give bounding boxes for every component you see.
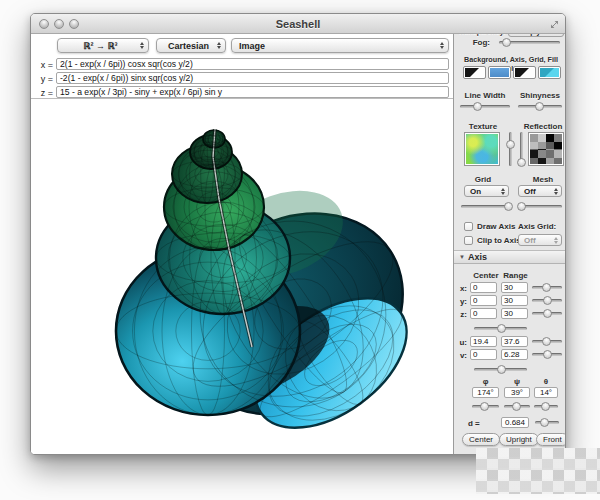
axis-u-range-field[interactable] bbox=[501, 336, 528, 347]
line-width-label: Line Width bbox=[460, 91, 510, 100]
inspector-panel: Transparency: Multiply Fog: Background, … bbox=[453, 34, 565, 455]
axis-v-slider[interactable] bbox=[532, 350, 562, 359]
theta-slider[interactable] bbox=[534, 402, 558, 411]
title-bar[interactable]: Seashell bbox=[31, 14, 565, 34]
reflection-amount-slider[interactable] bbox=[517, 132, 526, 166]
transparency-label: Transparency: bbox=[458, 34, 506, 35]
clip-to-axis-checkbox[interactable] bbox=[464, 236, 473, 245]
axis-grid-popup[interactable]: Off bbox=[518, 234, 562, 246]
display-mode-popup[interactable]: Image bbox=[231, 38, 449, 53]
texture-amount-slider[interactable] bbox=[506, 132, 515, 166]
equation-z-input[interactable] bbox=[56, 86, 449, 98]
phi-symbol: φ bbox=[472, 377, 499, 386]
draw-axis-checkbox[interactable] bbox=[464, 222, 473, 231]
phi-field[interactable] bbox=[472, 387, 499, 398]
coordinates-popup[interactable]: Cartesian bbox=[156, 38, 226, 53]
axis-v-center-field[interactable] bbox=[470, 349, 497, 360]
axis-y-range-field[interactable] bbox=[501, 295, 528, 306]
domain-popup[interactable]: ℝ² → ℝ³ bbox=[57, 38, 149, 53]
background-color-well[interactable] bbox=[463, 66, 486, 79]
popup-stepper-icon bbox=[140, 42, 144, 49]
axis-u-slider[interactable] bbox=[532, 337, 562, 346]
seashell-3d-plot bbox=[31, 99, 453, 455]
d-field[interactable] bbox=[501, 417, 529, 428]
axis-v-range-field[interactable] bbox=[501, 349, 528, 360]
axis-y-center-field[interactable] bbox=[470, 295, 497, 306]
censored-watermark bbox=[476, 448, 600, 494]
phi-slider[interactable] bbox=[472, 402, 499, 411]
window-title: Seashell bbox=[31, 18, 565, 30]
fog-slider[interactable] bbox=[499, 38, 560, 47]
range-column-header: Range bbox=[502, 271, 529, 280]
equation-x-label: x = bbox=[36, 60, 53, 70]
plot-canvas[interactable] bbox=[31, 99, 453, 455]
xyz-scale-slider[interactable] bbox=[474, 324, 527, 333]
uv-scale-slider[interactable] bbox=[474, 365, 527, 374]
fullscreen-icon[interactable] bbox=[550, 20, 559, 29]
zoom-button[interactable] bbox=[69, 19, 79, 29]
reflection-label: Reflection bbox=[520, 122, 565, 131]
texture-label: Texture bbox=[460, 122, 506, 131]
center-column-header: Center bbox=[472, 271, 500, 280]
axis-x-range-field[interactable] bbox=[501, 282, 528, 293]
upright-button[interactable]: Upright bbox=[499, 433, 539, 446]
popup-stepper-icon bbox=[440, 42, 444, 49]
mesh-density-slider[interactable] bbox=[518, 202, 562, 211]
mesh-label: Mesh bbox=[520, 175, 565, 184]
equation-y-input[interactable] bbox=[56, 72, 449, 84]
grid-popup[interactable]: On bbox=[464, 185, 509, 197]
axis-x-center-field[interactable] bbox=[470, 282, 497, 293]
theta-symbol: θ bbox=[534, 377, 558, 386]
axis-u-label: u: bbox=[458, 338, 467, 347]
popup-stepper-icon bbox=[217, 42, 221, 49]
axis-section-header[interactable]: ▼ Axis bbox=[454, 250, 565, 264]
line-width-slider[interactable] bbox=[460, 102, 510, 111]
fill-color-well[interactable] bbox=[538, 66, 561, 79]
equation-y-label: y = bbox=[36, 74, 53, 84]
theta-field[interactable] bbox=[534, 387, 558, 398]
center-button[interactable]: Center bbox=[462, 433, 500, 446]
d-slider[interactable] bbox=[535, 418, 559, 427]
axis-y-slider[interactable] bbox=[532, 296, 562, 305]
axis-y-label: y: bbox=[458, 297, 467, 306]
axis-z-center-field[interactable] bbox=[470, 308, 497, 319]
axis-z-slider[interactable] bbox=[532, 309, 562, 318]
transparency-popup[interactable]: Multiply bbox=[508, 34, 564, 37]
color-wells-row bbox=[463, 66, 561, 79]
psi-field[interactable] bbox=[504, 387, 530, 398]
grid-density-slider[interactable] bbox=[461, 202, 511, 211]
equation-x-input[interactable] bbox=[56, 58, 449, 70]
d-label: d = bbox=[468, 419, 486, 428]
grid-label: Grid bbox=[460, 175, 506, 184]
axis-section-title: Axis bbox=[468, 252, 487, 262]
equation-header: ℝ² → ℝ³ Cartesian Image x = y = z = bbox=[31, 34, 453, 99]
axis-x-label: x: bbox=[458, 284, 467, 293]
grid-color-well[interactable] bbox=[513, 66, 536, 79]
front-button[interactable]: Front bbox=[536, 433, 565, 446]
axis-color-well[interactable] bbox=[488, 66, 511, 79]
axis-u-center-field[interactable] bbox=[470, 336, 497, 347]
axis-grid-label: Axis Grid: bbox=[518, 222, 556, 231]
psi-slider[interactable] bbox=[504, 402, 530, 411]
fog-label: Fog: bbox=[454, 38, 490, 47]
axis-z-range-field[interactable] bbox=[501, 308, 528, 319]
popup-stepper-icon bbox=[501, 188, 505, 195]
disclosure-triangle-icon[interactable]: ▼ bbox=[459, 254, 465, 260]
popup-stepper-icon bbox=[554, 188, 558, 195]
shininess-slider[interactable] bbox=[518, 102, 562, 111]
axis-x-slider[interactable] bbox=[532, 283, 562, 292]
draw-axis-label: Draw Axis bbox=[477, 222, 515, 231]
axis-z-label: z: bbox=[458, 310, 467, 319]
axis-v-label: v: bbox=[458, 351, 467, 360]
equation-z-label: z = bbox=[36, 88, 53, 98]
minimize-button[interactable] bbox=[54, 19, 64, 29]
popup-stepper-icon bbox=[554, 237, 558, 244]
clip-to-axis-label: Clip to Axis bbox=[477, 236, 521, 245]
texture-thumbnail[interactable] bbox=[464, 132, 500, 166]
app-window: Seashell ℝ² → ℝ³ Cartesian Image bbox=[30, 13, 566, 455]
shininess-label: Shinyness bbox=[516, 91, 564, 100]
mesh-popup[interactable]: Off bbox=[518, 185, 562, 197]
close-button[interactable] bbox=[39, 19, 49, 29]
reflection-thumbnail[interactable] bbox=[528, 132, 564, 166]
psi-symbol: ψ bbox=[504, 377, 530, 386]
